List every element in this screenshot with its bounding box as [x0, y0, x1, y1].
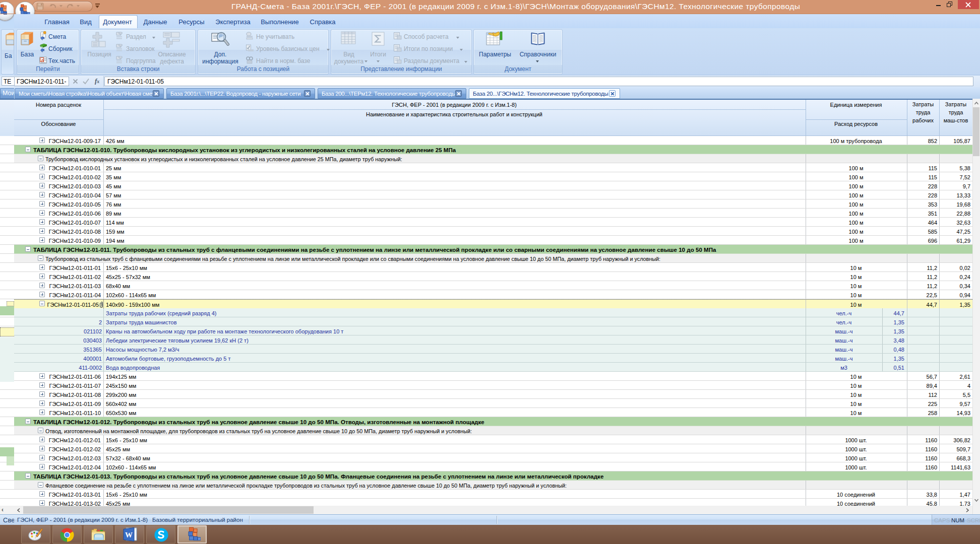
svg-text:W: W: [125, 531, 133, 539]
svg-text:A: A: [41, 58, 44, 62]
